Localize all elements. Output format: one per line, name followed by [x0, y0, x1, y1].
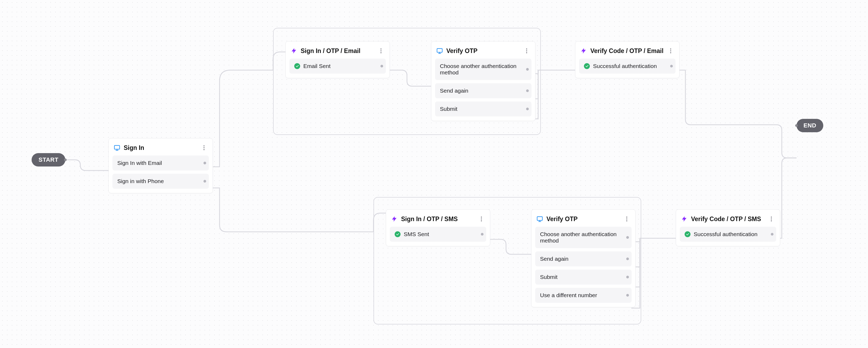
- node-title: Sign In: [124, 144, 201, 152]
- check-icon: [395, 231, 401, 237]
- start-pill: START: [32, 153, 65, 166]
- node-title: Verify OTP: [547, 216, 624, 223]
- port-icon: [771, 233, 774, 235]
- kebab-icon[interactable]: [201, 145, 207, 151]
- node-verify-otp-email[interactable]: Verify OTP Choose another authentication…: [431, 41, 535, 121]
- kebab-icon[interactable]: [523, 48, 530, 54]
- svg-rect-0: [114, 145, 120, 149]
- bolt-icon: [290, 47, 298, 55]
- option-label: Submit: [540, 274, 557, 280]
- kebab-icon[interactable]: [378, 48, 384, 54]
- option-label: Send again: [440, 88, 468, 94]
- port-icon: [626, 276, 629, 278]
- port-icon: [670, 65, 673, 67]
- port-icon: [380, 65, 383, 67]
- option-label: Choose another authentication method: [440, 63, 527, 76]
- kebab-icon[interactable]: [768, 216, 775, 222]
- kebab-icon[interactable]: [478, 216, 485, 222]
- option-label: Submit: [440, 106, 457, 112]
- node-verify-code-email[interactable]: Verify Code / OTP / Email Successful aut…: [575, 41, 680, 78]
- option-success-auth[interactable]: Successful authentication: [579, 59, 676, 74]
- option-success-auth[interactable]: Successful authentication: [680, 227, 776, 242]
- option-label: Sign In with Email: [117, 160, 162, 166]
- port-icon: [626, 236, 629, 239]
- check-icon: [584, 63, 590, 69]
- port-icon: [626, 294, 629, 296]
- option-submit[interactable]: Submit: [535, 270, 631, 285]
- option-send-again[interactable]: Send again: [435, 83, 531, 98]
- screen-icon: [436, 47, 444, 55]
- option-submit[interactable]: Submit: [435, 101, 531, 117]
- bolt-icon: [580, 47, 588, 55]
- flow-canvas[interactable]: START END Sign In Sign In with Email Sig…: [0, 0, 868, 348]
- option-sms-sent[interactable]: SMS Sent: [390, 227, 486, 242]
- screen-icon: [113, 144, 121, 152]
- port-icon: [526, 89, 529, 92]
- option-label: Sign in with Phone: [117, 178, 164, 184]
- option-email-sent[interactable]: Email Sent: [289, 59, 386, 74]
- node-title: Verify OTP: [446, 48, 523, 55]
- node-title: Sign In / OTP / SMS: [401, 216, 478, 223]
- option-send-again[interactable]: Send again: [535, 251, 631, 266]
- option-label: Email Sent: [303, 63, 331, 69]
- option-signin-email[interactable]: Sign In with Email: [113, 156, 209, 170]
- option-choose-another[interactable]: Choose another authentication method: [435, 59, 531, 80]
- svg-rect-2: [537, 217, 542, 220]
- kebab-icon[interactable]: [668, 48, 674, 54]
- option-choose-another[interactable]: Choose another authentication method: [535, 227, 631, 248]
- port-icon: [526, 68, 529, 71]
- node-title: Verify Code / OTP / Email: [590, 48, 668, 55]
- start-label: START: [38, 156, 58, 163]
- option-different-number[interactable]: Use a different number: [535, 288, 631, 303]
- node-title: Verify Code / OTP / SMS: [691, 216, 768, 223]
- port-icon: [204, 162, 206, 164]
- svg-rect-1: [437, 49, 442, 52]
- node-title: Sign In / OTP / Email: [301, 48, 378, 55]
- option-label: Use a different number: [540, 292, 597, 298]
- check-icon: [685, 231, 690, 237]
- option-label: Successful authentication: [694, 231, 757, 238]
- port-icon: [626, 257, 629, 260]
- bolt-icon: [680, 215, 688, 223]
- node-verify-otp-sms[interactable]: Verify OTP Choose another authentication…: [531, 209, 636, 307]
- check-icon: [294, 63, 300, 69]
- option-label: Choose another authentication method: [540, 231, 627, 244]
- end-label: END: [804, 122, 816, 129]
- kebab-icon[interactable]: [624, 216, 630, 222]
- option-label: Send again: [540, 256, 568, 262]
- port-icon: [204, 180, 206, 183]
- option-signin-phone[interactable]: Sign in with Phone: [113, 174, 209, 189]
- node-signin-otp-email[interactable]: Sign In / OTP / Email Email Sent: [285, 41, 390, 78]
- option-label: Successful authentication: [593, 63, 657, 69]
- node-signin[interactable]: Sign In Sign In with Email Sign in with …: [108, 138, 213, 193]
- screen-icon: [536, 215, 544, 223]
- port-icon: [481, 233, 484, 235]
- node-signin-otp-sms[interactable]: Sign In / OTP / SMS SMS Sent: [386, 209, 490, 246]
- end-pill: END: [797, 119, 823, 132]
- node-verify-code-sms[interactable]: Verify Code / OTP / SMS Successful authe…: [676, 209, 780, 246]
- option-label: SMS Sent: [404, 231, 429, 238]
- bolt-icon: [390, 215, 398, 223]
- port-icon: [526, 107, 529, 110]
